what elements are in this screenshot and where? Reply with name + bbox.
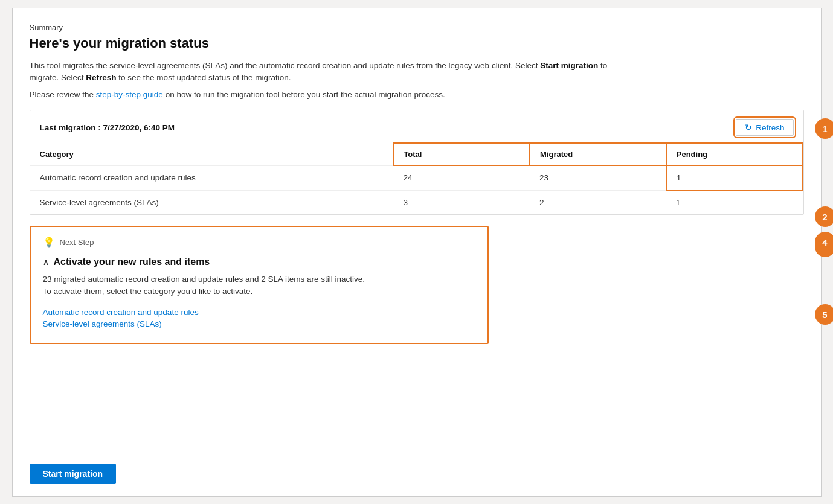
col-header-migrated: Migrated <box>530 143 666 165</box>
col-header-total: Total <box>393 143 530 165</box>
migration-box: Last migration : 7/27/2020, 6:40 PM ↻ Re… <box>30 110 804 215</box>
chevron-up-icon: ∧ <box>43 258 49 267</box>
callout-4: 4 <box>815 232 834 252</box>
callout-5: 5 <box>815 304 834 325</box>
table-row: Automatic record creation and update rul… <box>30 165 803 190</box>
row1-migrated: 23 <box>530 165 666 190</box>
guide-link[interactable]: step-by-step guide <box>96 90 163 99</box>
guide-suffix: on how to run the migration tool before … <box>163 90 445 99</box>
row1-total: 24 <box>393 165 530 190</box>
activate-section-title: ∧ Activate your new rules and items <box>43 257 475 267</box>
activate-link-rules[interactable]: Automatic record creation and update rul… <box>43 308 475 317</box>
last-migration-label: Last migration : 7/27/2020, 6:40 PM <box>40 123 175 132</box>
description-bold1: Start migration <box>540 61 598 70</box>
callout-1: 1 <box>815 118 834 139</box>
row2-pending: 1 <box>666 190 803 214</box>
description: This tool migrates the service-level agr… <box>30 60 609 85</box>
callout-2: 2 <box>815 206 834 227</box>
next-step-label: Next Step <box>60 238 94 247</box>
migration-box-header: Last migration : 7/27/2020, 6:40 PM ↻ Re… <box>30 110 803 142</box>
main-container: Summary Here's your migration status Thi… <box>12 8 822 497</box>
refresh-label: Refresh <box>756 123 784 132</box>
next-step-header: 💡 Next Step <box>43 237 475 248</box>
lightbulb-icon: 💡 <box>43 237 55 248</box>
refresh-button[interactable]: ↻ Refresh <box>736 119 793 136</box>
summary-label: Summary <box>30 23 804 32</box>
activate-link-slas[interactable]: Service-level agreements (SLAs) <box>43 319 475 328</box>
row1-pending: 1 <box>666 165 803 190</box>
next-step-box: 💡 Next Step ∧ Activate your new rules an… <box>30 226 489 344</box>
row2-migrated: 2 <box>530 190 666 214</box>
start-migration-button[interactable]: Start migration <box>30 464 117 484</box>
table-row: Service-level agreements (SLAs) 3 2 1 <box>30 190 803 214</box>
guide-prefix: Please review the <box>30 90 96 99</box>
row1-category: Automatic record creation and update rul… <box>30 165 394 190</box>
col-header-pending: Pending <box>666 143 803 165</box>
guide-text: Please review the step-by-step guide on … <box>30 90 804 99</box>
col-header-category: Category <box>30 143 394 165</box>
description-text3: to see the most updated status of the mi… <box>117 73 291 82</box>
row2-category: Service-level agreements (SLAs) <box>30 190 394 214</box>
activate-title: Activate your new rules and items <box>54 257 210 267</box>
migration-table: Category Total Migrated Pending <box>30 142 803 214</box>
refresh-icon: ↻ <box>745 123 752 132</box>
description-bold2: Refresh <box>86 73 116 82</box>
description-text1: This tool migrates the service-level agr… <box>30 61 541 70</box>
page-title: Here's your migration status <box>30 36 804 51</box>
row2-total: 3 <box>393 190 530 214</box>
activate-description: 23 migrated automatic record creation an… <box>43 273 475 298</box>
